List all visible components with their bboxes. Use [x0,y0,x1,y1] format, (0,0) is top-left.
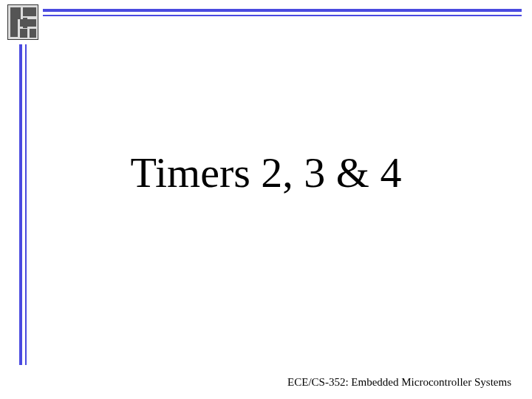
slide-title: Timers 2, 3 & 4 [0,148,532,197]
slide-container: Timers 2, 3 & 4 ECE/CS-352: Embedded Mic… [0,0,532,399]
decor-horizontal-thick [43,9,522,12]
logo-icon [7,4,38,40]
decor-horizontal-thin [43,15,522,16]
decor-vertical-thin [25,44,27,365]
slide-footer: ECE/CS-352: Embedded Microcontroller Sys… [287,376,511,389]
decor-vertical-thick [19,44,22,365]
